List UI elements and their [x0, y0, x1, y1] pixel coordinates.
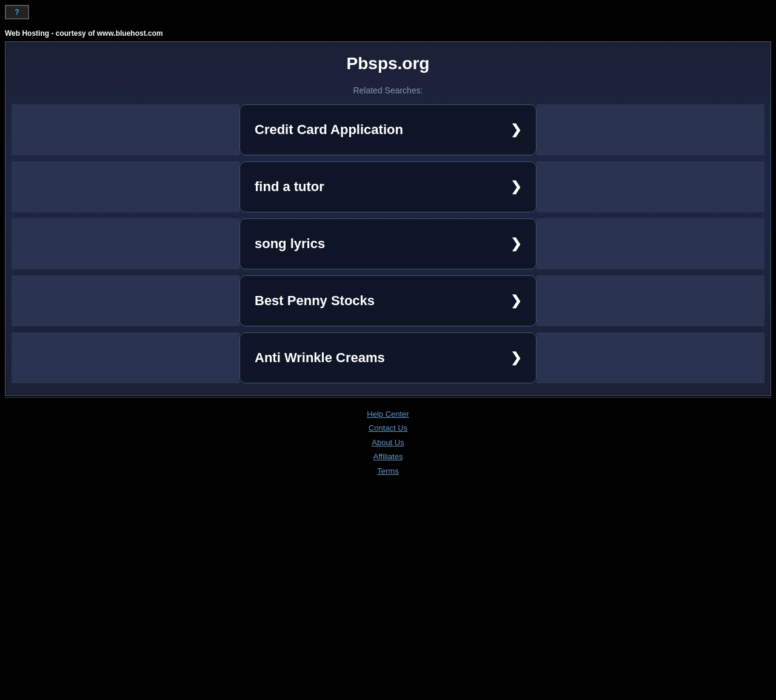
site-title: Pbsps.org — [5, 42, 771, 79]
search-item-band-1: find a tutor❯ — [12, 161, 764, 212]
footer-link-0[interactable]: Help Center — [9, 407, 767, 421]
search-item-label-3: Best Penny Stocks — [255, 293, 375, 309]
search-item-label-1: find a tutor — [255, 179, 324, 195]
search-item-band-3: Best Penny Stocks❯ — [12, 275, 764, 326]
search-item-3[interactable]: Best Penny Stocks❯ — [239, 275, 537, 326]
hosting-notice: Web Hosting - courtesy of www.bluehost.c… — [0, 24, 776, 40]
search-item-arrow-1: ❯ — [510, 179, 521, 195]
band-right-4 — [537, 332, 764, 383]
search-item-band-0: Credit Card Application❯ — [12, 104, 764, 155]
search-item-label-2: song lyrics — [255, 236, 325, 252]
band-right-2 — [537, 218, 764, 269]
search-items-list: Credit Card Application❯find a tutor❯son… — [5, 104, 771, 383]
search-item-label-0: Credit Card Application — [255, 122, 403, 138]
top-icon-label: ? — [15, 8, 19, 16]
top-bar: ? — [0, 0, 776, 24]
main-container: Pbsps.org Related Searches: Credit Card … — [5, 41, 771, 396]
top-icon-box: ? — [5, 5, 29, 19]
band-left-0 — [12, 104, 239, 155]
search-item-arrow-4: ❯ — [510, 350, 521, 366]
search-item-arrow-3: ❯ — [510, 293, 521, 309]
band-right-3 — [537, 275, 764, 326]
search-item-2[interactable]: song lyrics❯ — [239, 218, 537, 269]
footer: Help CenterContact UsAbout UsAffiliatesT… — [0, 398, 776, 487]
band-right-0 — [537, 104, 764, 155]
band-right-1 — [537, 161, 764, 212]
search-item-arrow-2: ❯ — [510, 236, 521, 252]
search-item-label-4: Anti Wrinkle Creams — [255, 350, 385, 366]
related-searches-label: Related Searches: — [5, 79, 771, 104]
footer-link-1[interactable]: Contact Us — [9, 421, 767, 435]
search-item-band-4: Anti Wrinkle Creams❯ — [12, 332, 764, 383]
footer-link-4[interactable]: Terms — [9, 464, 767, 478]
search-item-band-2: song lyrics❯ — [12, 218, 764, 269]
search-item-4[interactable]: Anti Wrinkle Creams❯ — [239, 332, 537, 383]
band-left-1 — [12, 161, 239, 212]
search-item-0[interactable]: Credit Card Application❯ — [239, 104, 537, 155]
footer-link-2[interactable]: About Us — [9, 436, 767, 449]
search-item-1[interactable]: find a tutor❯ — [239, 161, 537, 212]
band-left-2 — [12, 218, 239, 269]
band-left-4 — [12, 332, 239, 383]
search-item-arrow-0: ❯ — [510, 122, 521, 138]
footer-link-3[interactable]: Affiliates — [9, 449, 767, 463]
band-left-3 — [12, 275, 239, 326]
